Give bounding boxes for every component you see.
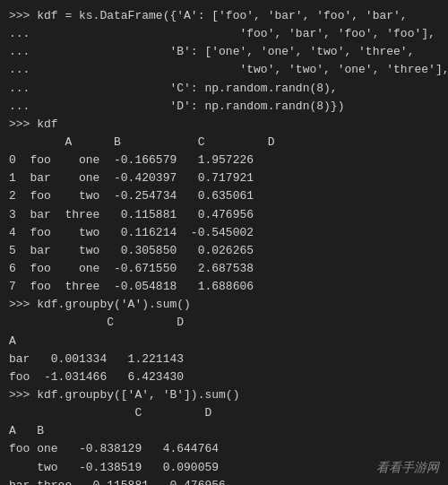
terminal-line: 6 foo one -0.671550 2.687538: [9, 260, 439, 278]
terminal-line: bar three 0.115881 0.476956: [9, 477, 439, 485]
terminal-line: 7 foo three -0.054818 1.688606: [9, 278, 439, 296]
terminal-line: C D: [9, 404, 439, 422]
terminal-line: ... 'C': np.random.randn(8),: [9, 80, 439, 98]
terminal-line: bar 0.001334 1.221143: [9, 351, 439, 368]
terminal-line: ... 'two', 'two', 'one', 'three'],: [9, 61, 439, 79]
terminal-line: >>> kdf = ks.DataFrame({'A': ['foo', 'ba…: [9, 7, 439, 25]
terminal-line: >>> kdf.groupby(['A', 'B']).sum(): [9, 386, 439, 404]
terminal-line: >>> kdf: [9, 116, 439, 134]
terminal-line: A: [9, 333, 439, 351]
terminal-line: foo one -0.838129 4.644764: [9, 440, 439, 458]
watermark: 看看手游网: [376, 460, 439, 476]
terminal-line: 4 foo two 0.116214 -0.545002: [9, 224, 439, 242]
terminal-line: A B C D: [9, 134, 439, 152]
terminal-line: 1 bar one -0.420397 0.717921: [9, 169, 439, 187]
terminal-line: A B: [9, 422, 439, 440]
terminal-line: 5 bar two 0.305850 0.026265: [9, 242, 439, 260]
terminal-line: ... 'D': np.random.randn(8)}): [9, 98, 439, 116]
terminal-line: >>> kdf.groupby('A').sum(): [9, 296, 439, 314]
terminal-line: ... 'B': ['one', 'one', 'two', 'three',: [9, 43, 439, 61]
terminal-line: C D: [9, 314, 439, 332]
terminal-line: 3 bar three 0.115881 0.476956: [9, 206, 439, 224]
terminal-line: two -0.138519 0.090059: [9, 459, 439, 477]
terminal-line: 2 foo two -0.254734 0.635061: [9, 187, 439, 205]
terminal-line: ... 'foo', 'bar', 'foo', 'foo'],: [9, 25, 439, 43]
terminal-line: 0 foo one -0.166579 1.957226: [9, 152, 439, 169]
terminal-line: foo -1.031466 6.423430: [9, 368, 439, 386]
terminal[interactable]: >>> kdf = ks.DataFrame({'A': ['foo', 'ba…: [0, 0, 448, 485]
